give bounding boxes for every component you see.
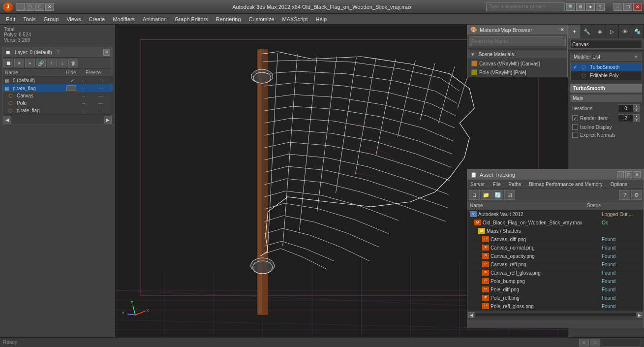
search-input[interactable] [486, 2, 565, 11]
object-name-input[interactable] [570, 40, 642, 49]
mb-item-canvas[interactable]: Canvas (VRayMtl) [Canvas] [467, 59, 567, 68]
at-close[interactable]: ✕ [634, 171, 641, 178]
menu-maxscript[interactable]: MAXScript [278, 15, 312, 23]
at-menu-paths[interactable]: Paths [507, 181, 523, 188]
at-tb-settings[interactable]: ⚙ [631, 190, 642, 200]
minimize-btn-main[interactable]: ─ [613, 3, 622, 11]
at-row-pole-refl-gloss[interactable]: P Pole_refl_gloss.png Found [467, 302, 644, 311]
modifier-editable-poly[interactable]: ⬡ Editable Poly [571, 71, 642, 80]
ts-render-checkbox[interactable]: ✓ [572, 115, 578, 121]
at-row-canvas-normal[interactable]: P Canvas_normal.png Found [467, 244, 644, 252]
at-menu-bitmap[interactable]: Bitmap Performance and Memory [527, 181, 605, 188]
at-maxfile-name: M Old_Black_Flag_on_Wooden_Stick_vray.ma… [474, 220, 602, 225]
svg-rect-19 [258, 50, 262, 314]
at-row-canvas-opacity[interactable]: P Canvas_opacity.png Found [467, 252, 644, 260]
at-row-maxfile[interactable]: M Old_Black_Flag_on_Wooden_Stick_vray.ma… [467, 219, 644, 227]
modifier-dropdown-arrow[interactable]: ▼ [634, 54, 639, 60]
rp-tab-hierarchy[interactable]: ◈ [593, 25, 606, 38]
ts-iter-down[interactable]: ▼ [634, 108, 640, 112]
at-tb-refresh[interactable]: 🔄 [492, 190, 503, 200]
help-btn[interactable]: ? [596, 3, 605, 11]
menu-edit[interactable]: Edit [2, 15, 19, 23]
layer-checkbox-1[interactable] [66, 85, 76, 91]
at-row-vault[interactable]: V Autodesk Vault 2012 Logged Out ... [467, 210, 644, 219]
ts-iterations-input[interactable] [618, 104, 634, 112]
layer-panel-close[interactable]: ✕ [103, 49, 110, 56]
menu-help[interactable]: Help [312, 15, 331, 23]
at-menu-options[interactable]: Options [609, 181, 629, 188]
at-row-pole-diff[interactable]: P Pole_diff.png Found [467, 285, 644, 294]
at-row-canvas-refl[interactable]: P Canvas_refl.png Found [467, 260, 644, 269]
layer-tb-down[interactable]: ↓ [58, 59, 67, 67]
modifier-turbosmooth[interactable]: ✓ ⬡ TurboSmooth [571, 63, 642, 71]
layer-row-default[interactable]: ▦ 0 (default) ✓ -- --- [2, 77, 113, 84]
rp-tab-modify[interactable]: 🔧 [581, 25, 594, 38]
menu-group[interactable]: Group [40, 15, 63, 23]
at-row-canvas-diff[interactable]: P Canvas_diff.png Found [467, 235, 644, 244]
at-tb-help[interactable]: ? [619, 190, 630, 200]
ts-explicit-checkbox[interactable] [572, 132, 578, 138]
layer-row-pirate-flag2[interactable]: ⬡ pirate_flag -- --- [2, 107, 113, 114]
at-row-canvas-refl-gloss[interactable]: P Canvas_refl_gloss.png Found [467, 269, 644, 277]
at-scroll-right[interactable]: ▶ [637, 312, 643, 318]
menu-rendering[interactable]: Rendering [212, 15, 245, 23]
layer-tb-link[interactable]: 🔗 [36, 59, 46, 67]
menu-create[interactable]: Create [85, 15, 109, 23]
bottom-btn-2[interactable]: ⊙ [590, 339, 600, 347]
layer-row-pirate-flag[interactable]: ▦ pirate_flag -- --- [2, 84, 113, 92]
layer-name-0: 0 (default) [13, 78, 68, 83]
layer-row-pole[interactable]: ⬡ Pole -- --- [2, 99, 113, 107]
at-minimize[interactable]: ─ [617, 171, 624, 178]
at-scroll-left[interactable]: ◀ [468, 312, 474, 318]
layer-tb-del[interactable]: ✕ [14, 59, 24, 67]
svg-line-26 [133, 305, 135, 315]
ts-iter-up[interactable]: ▲ [634, 104, 640, 108]
layer-row-canvas[interactable]: ⬡ Canvas -- --- [2, 92, 113, 99]
at-menu-file[interactable]: File [491, 181, 502, 188]
bookmark-btn[interactable]: ★ [586, 3, 595, 11]
at-menu-server[interactable]: Server [468, 181, 487, 188]
rp-tab-motion[interactable]: ▷ [606, 25, 619, 38]
ts-render-input[interactable] [618, 114, 634, 122]
layer-tb-trash[interactable]: 🗑 [68, 59, 78, 67]
layer-tb-new[interactable]: 🔲 [3, 59, 13, 67]
at-scrollbar-track[interactable] [474, 312, 637, 317]
restore-btn[interactable]: □ [26, 3, 34, 11]
search-go-btn[interactable]: 🔍 [566, 3, 575, 11]
layer-tb-up[interactable]: ↑ [47, 59, 57, 67]
ts-render-up[interactable]: ▲ [634, 114, 640, 118]
at-maximize[interactable]: □ [625, 171, 632, 178]
mb-close-btn[interactable]: ✕ [560, 27, 564, 33]
at-row-pole-bump[interactable]: P Pole_bump.png Found [467, 277, 644, 285]
layer-tb-add[interactable]: + [25, 59, 35, 67]
at-tb-new[interactable]: 🗋 [469, 190, 480, 200]
layer-scroll-right[interactable]: ▶ [104, 116, 112, 124]
layer-scroll-left[interactable]: ◀ [3, 116, 11, 124]
mb-item-pole[interactable]: Pole (VRayMtl) [Pole] [467, 68, 567, 77]
close-btn-main[interactable]: ✕ [633, 3, 642, 11]
menu-modifiers[interactable]: Modifiers [109, 15, 139, 23]
layer-panel-help[interactable]: ? [57, 50, 60, 55]
minimize-btn[interactable]: _ [16, 3, 25, 11]
at-tb-check[interactable]: ☑ [504, 190, 515, 200]
rp-tab-display[interactable]: 👁 [619, 25, 632, 38]
rp-tab-create[interactable]: ✦ [568, 25, 581, 38]
menu-views[interactable]: Views [62, 15, 85, 23]
search-opt-btn[interactable]: ⚙ [576, 3, 585, 11]
restore-btn-main[interactable]: ❐ [623, 3, 632, 11]
close-btn-2[interactable]: ✕ [45, 3, 54, 11]
mb-search-input[interactable] [469, 36, 566, 46]
menu-customize[interactable]: Customize [245, 15, 278, 23]
at-row-pole-refl[interactable]: P Pole_refl.png Found [467, 294, 644, 302]
ts-isoline-checkbox[interactable] [572, 124, 578, 130]
bottom-btn-1[interactable]: ⊕ [579, 339, 589, 347]
mb-scene-materials[interactable]: ▼ Scene Materials [467, 50, 567, 59]
menu-animation[interactable]: Animation [139, 15, 171, 23]
menu-graph-editors[interactable]: Graph Editors [171, 15, 212, 23]
at-tb-folder[interactable]: 📁 [481, 190, 491, 200]
rp-tab-utilities[interactable]: 🔩 [631, 25, 644, 38]
maximize-btn[interactable]: □ [35, 3, 44, 11]
ts-render-down[interactable]: ▼ [634, 118, 640, 122]
at-row-maps[interactable]: 📁 Maps / Shaders [467, 227, 644, 235]
menu-tools[interactable]: Tools [19, 15, 40, 23]
